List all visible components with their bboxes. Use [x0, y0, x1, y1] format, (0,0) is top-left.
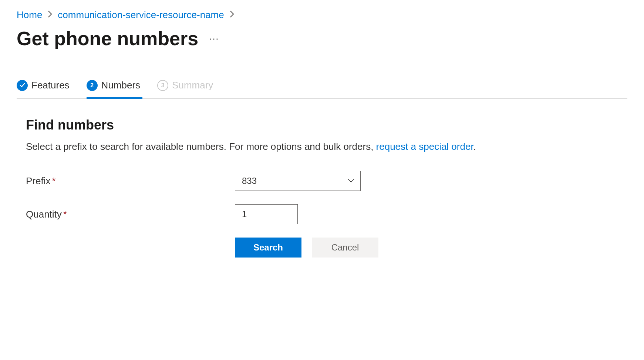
quantity-label-text: Quantity [26, 209, 62, 220]
prefix-select-value[interactable]: 833 [235, 171, 361, 191]
description-suffix: . [473, 141, 476, 152]
form-section: Find numbers Select a prefix to search f… [17, 99, 627, 258]
chevron-right-icon [47, 10, 53, 20]
check-icon [17, 80, 28, 91]
prefix-label: Prefix* [26, 175, 235, 187]
page-title-row: Get phone numbers ··· [17, 27, 627, 50]
breadcrumb: Home communication-service-resource-name [17, 9, 627, 21]
step-features[interactable]: Features [17, 72, 72, 98]
step-label: Features [31, 80, 70, 91]
prefix-select[interactable]: 833 [235, 171, 361, 191]
section-title: Find numbers [26, 117, 618, 133]
step-number-icon: 3 [157, 80, 168, 91]
quantity-row: Quantity* [26, 204, 618, 224]
quantity-input[interactable] [235, 204, 298, 224]
chevron-right-icon [229, 10, 235, 20]
steps-bar: Features 2 Numbers 3 Summary [17, 72, 627, 99]
prefix-label-text: Prefix [26, 175, 50, 186]
step-summary[interactable]: 3 Summary [157, 72, 215, 98]
step-number-icon: 2 [87, 80, 98, 91]
prefix-row: Prefix* 833 [26, 171, 618, 191]
step-numbers[interactable]: 2 Numbers [87, 72, 142, 98]
section-description: Select a prefix to search for available … [26, 141, 618, 152]
step-label: Numbers [101, 80, 140, 91]
search-button[interactable]: Search [235, 238, 301, 258]
cancel-button[interactable]: Cancel [312, 238, 378, 258]
step-label: Summary [172, 80, 213, 91]
required-indicator: * [52, 175, 55, 186]
request-special-order-link[interactable]: request a special order [376, 141, 473, 152]
required-indicator: * [63, 209, 67, 220]
quantity-label: Quantity* [26, 209, 235, 220]
breadcrumb-resource[interactable]: communication-service-resource-name [58, 9, 224, 21]
more-icon[interactable]: ··· [209, 34, 219, 43]
page-title: Get phone numbers [17, 27, 198, 50]
description-text: Select a prefix to search for available … [26, 141, 376, 152]
breadcrumb-home[interactable]: Home [17, 9, 42, 21]
button-row: Search Cancel [235, 238, 618, 258]
